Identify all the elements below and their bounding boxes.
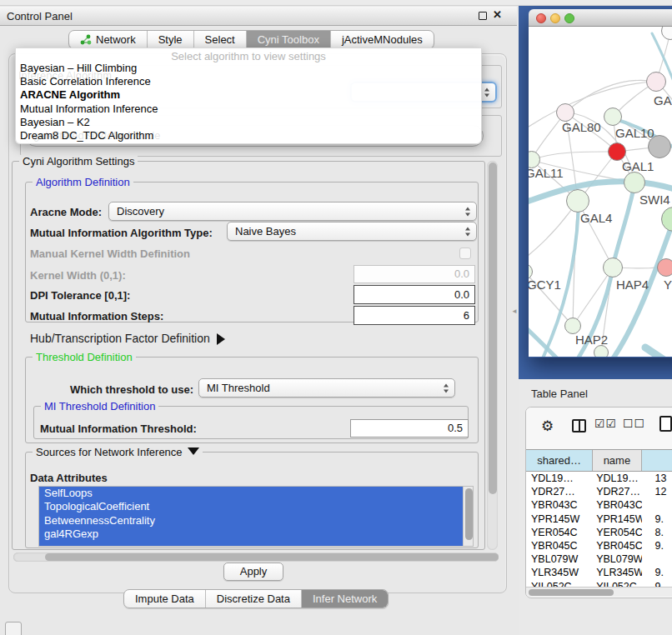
network-node[interactable] xyxy=(608,142,626,161)
aracne-mode-select[interactable]: Discovery xyxy=(108,202,477,221)
cell-value: 13 xyxy=(642,472,672,485)
network-canvas[interactable]: GAL GAL80 GAL10 GAL1 GAL11 SWI4 GAL4 GC xyxy=(529,27,672,357)
bottom-left-dock-icon[interactable] xyxy=(5,622,22,635)
data-attributes-label: Data Attributes xyxy=(30,472,108,484)
hub-definition-label: Hub/Transcription Factor Definition xyxy=(30,332,210,345)
network-node[interactable] xyxy=(603,258,623,278)
node-label: GCY1 xyxy=(529,278,561,292)
select-all-checkboxes-icon[interactable]: ☑☑ xyxy=(594,417,617,430)
mi-type-value: Naive Bayes xyxy=(235,225,296,238)
algorithm-option[interactable]: Bayesian – K2 xyxy=(16,116,481,129)
tab[interactable]: Cyni Toolbox xyxy=(247,31,331,48)
table-row[interactable]: YPR145W YPR145W 9. xyxy=(526,512,672,526)
tab-label: Cyni Toolbox xyxy=(258,33,319,46)
kernel-width-label: Kernel Width (0,1): xyxy=(30,269,126,282)
apply-button[interactable]: Apply xyxy=(223,562,283,581)
ghost-network-combo-label: gal-filtered.sif default node xyxy=(33,129,160,142)
which-threshold-select[interactable]: MI Threshold xyxy=(198,378,455,398)
table-column-header[interactable]: name xyxy=(593,450,641,471)
which-threshold-value: MI Threshold xyxy=(207,382,270,394)
node-label: HAP2 xyxy=(575,332,608,347)
deselect-all-checkboxes-icon[interactable]: ☐☐ xyxy=(623,417,645,430)
data-attributes-list[interactable]: SelfLoops TopologicalCoefficient Between… xyxy=(38,486,474,547)
tab-label: jActiveMNodules xyxy=(342,33,423,46)
settings-horizontal-scrollbar[interactable] xyxy=(13,552,499,562)
dpi-tolerance-label: DPI Tolerance [0,1]: xyxy=(30,289,130,302)
close-traffic-light[interactable] xyxy=(536,13,546,23)
attribute-list-item[interactable]: gal4RGexp xyxy=(39,528,473,541)
network-node[interactable] xyxy=(657,258,672,277)
attribute-list-item[interactable]: TopologicalCoefficient xyxy=(39,500,473,513)
network-node[interactable] xyxy=(604,108,622,126)
cell-value: 9 xyxy=(642,580,672,588)
attribute-list-item[interactable]: SelfLoops xyxy=(39,487,473,500)
settings-vertical-scrollbar[interactable] xyxy=(487,161,498,550)
network-node[interactable] xyxy=(624,172,645,193)
cell-name: YPR145W xyxy=(593,512,641,526)
control-panel-titlebar: Control Panel ✕ xyxy=(0,7,517,26)
tab[interactable]: Select xyxy=(194,31,247,48)
zoom-traffic-light[interactable] xyxy=(564,13,574,23)
network-window: GAL GAL80 GAL10 GAL1 GAL11 SWI4 GAL4 GC xyxy=(529,9,672,358)
tab[interactable]: Style xyxy=(148,31,194,48)
node-label: SWI4 xyxy=(639,192,670,207)
tab[interactable]: Discretize Data xyxy=(206,590,302,608)
cell-shared-name: YBR043C xyxy=(526,498,593,512)
cell-name: YBR045C xyxy=(593,539,641,552)
cell-name: YBR043C xyxy=(593,498,641,512)
tab-label: Impute Data xyxy=(135,592,194,605)
table-horizontal-scrollbar[interactable] xyxy=(526,587,672,597)
tab[interactable]: jActiveMNodules xyxy=(331,31,434,48)
network-node[interactable] xyxy=(594,345,609,357)
aracne-mode-value: Discovery xyxy=(117,205,164,218)
network-node[interactable] xyxy=(566,189,589,212)
file-icon[interactable] xyxy=(659,416,672,432)
tab[interactable]: Infer Network xyxy=(302,590,388,608)
tab[interactable]: Network xyxy=(69,31,148,48)
table-column-header[interactable]: shared… xyxy=(526,450,593,471)
table-toolbar: ⚙ ☑☑ ☐☐ xyxy=(526,408,672,449)
popup-placeholder: Select algorithm to view settings xyxy=(16,48,481,62)
tab-label: Discretize Data xyxy=(217,592,290,605)
table-column-header[interactable] xyxy=(642,450,672,471)
table-row[interactable]: YIL052C YIL052C 9 xyxy=(526,580,672,588)
table-row[interactable]: YLR345W YLR345W 9. xyxy=(526,566,672,579)
mi-steps-label: Mutual Information Steps: xyxy=(30,310,163,322)
dpi-tolerance-field[interactable]: 0.0 xyxy=(354,285,475,304)
cell-value: 9. xyxy=(642,539,672,552)
panel-splitter-handle[interactable]: ◄ xyxy=(511,307,519,316)
network-node[interactable] xyxy=(556,103,574,122)
kernel-width-field[interactable]: 0.0 xyxy=(354,265,475,283)
close-icon[interactable]: ✕ xyxy=(493,8,502,21)
attributes-scrollbar[interactable] xyxy=(463,487,473,546)
cell-value xyxy=(642,552,672,566)
cell-value: 12 xyxy=(642,485,672,498)
mi-threshold-field[interactable]: 0.5 xyxy=(350,419,469,438)
table-row[interactable]: YER054C YER054C 8. xyxy=(526,526,672,539)
attribute-list-item[interactable]: BetweennessCentrality xyxy=(39,514,473,528)
tab-label: Infer Network xyxy=(313,592,377,605)
algorithm-option[interactable]: ARACNE Algorithm xyxy=(16,88,481,102)
minimize-traffic-light[interactable] xyxy=(550,13,560,23)
algorithm-option[interactable]: Mutual Information Inference xyxy=(16,102,481,116)
which-threshold-label: Which threshold to use: xyxy=(70,383,193,396)
network-window-titlebar[interactable] xyxy=(529,9,672,27)
table-row[interactable]: YDL19… YDL19… 13 xyxy=(526,472,672,485)
table-header-row: shared… name xyxy=(526,449,672,472)
app-root: Control Panel ✕ Network xyxy=(0,0,672,635)
tab[interactable]: Impute Data xyxy=(124,590,206,608)
table-row[interactable]: YDR27… YDR27… 12 xyxy=(526,485,672,498)
network-node[interactable] xyxy=(564,318,581,334)
table-row[interactable]: YBL079W YBL079W xyxy=(526,552,672,566)
table-row[interactable]: YBR045C YBR045C 9. xyxy=(526,539,672,552)
mi-type-select[interactable]: Naive Bayes xyxy=(227,222,477,241)
columns-icon[interactable] xyxy=(572,419,586,432)
gear-icon[interactable]: ⚙ xyxy=(541,418,554,435)
float-window-icon[interactable] xyxy=(479,12,487,20)
network-node[interactable] xyxy=(646,72,666,92)
mi-steps-field[interactable]: 6 xyxy=(354,306,475,325)
sources-title[interactable]: Sources for Network Inference xyxy=(33,446,203,458)
hub-definition-expander[interactable]: Hub/Transcription Factor Definition xyxy=(30,332,225,345)
table-row[interactable]: YBR043C YBR043C xyxy=(526,498,672,512)
manual-kernel-checkbox[interactable] xyxy=(459,248,471,259)
